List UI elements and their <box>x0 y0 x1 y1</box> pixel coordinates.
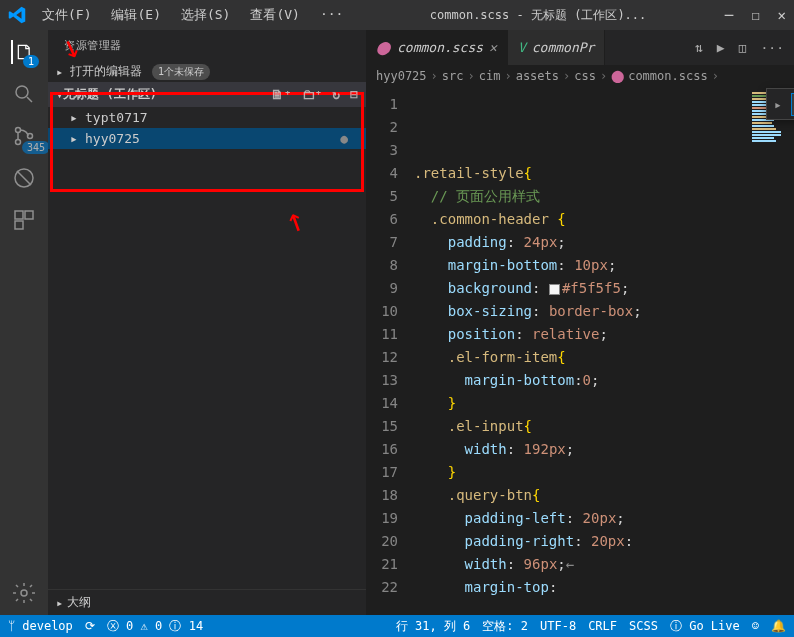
outline-header[interactable]: ▸ 大纲 <box>48 589 366 615</box>
scss-icon: ⬤ <box>611 69 624 83</box>
unsaved-count: 1个未保存 <box>152 64 210 80</box>
scm-icon[interactable]: 345 <box>12 124 36 148</box>
problems[interactable]: ⓧ 0 ⚠ 0 ⓘ 14 <box>107 618 203 635</box>
find-toggle-icon[interactable]: ▸ <box>771 97 785 112</box>
menu-file[interactable]: 文件(F) <box>34 2 99 28</box>
menu-more[interactable]: ··· <box>312 2 351 28</box>
breadcrumb-item[interactable]: src <box>442 69 464 83</box>
workspace-label: 无标题 (工作区) <box>63 86 157 103</box>
status-encoding[interactable]: UTF-8 <box>540 619 576 633</box>
chevron-right-icon: ▸ <box>70 110 80 125</box>
more-icon[interactable]: ··· <box>761 40 784 55</box>
minimize-button[interactable]: ─ <box>725 7 733 23</box>
status-cursor[interactable]: 行 31, 列 6 <box>396 618 471 635</box>
find-widget: ▸ Aa Abl ·* ← → ✕ <box>766 88 794 120</box>
modified-dot-icon: ● <box>340 131 348 146</box>
sidebar-title: 资源管理器 <box>48 30 366 61</box>
chevron-right-icon: ▸ <box>56 596 63 610</box>
tab-label: commonPr <box>532 40 595 55</box>
explorer-badge: 1 <box>23 55 39 68</box>
scm-badge: 345 <box>22 141 50 154</box>
open-editors-label: 打开的编辑器 <box>70 63 142 80</box>
breadcrumb-item[interactable]: common.scss <box>628 69 707 83</box>
explorer-icon[interactable]: 1 <box>11 40 35 64</box>
settings-icon[interactable] <box>12 581 36 605</box>
menu-select[interactable]: 选择(S) <box>173 2 238 28</box>
breadcrumb-item[interactable]: cim <box>479 69 501 83</box>
vue-icon: V <box>518 40 526 55</box>
status-lang[interactable]: SCSS <box>629 619 658 633</box>
open-editors-header[interactable]: ▸ 打开的编辑器 1个未保存 <box>48 61 366 82</box>
vscode-logo <box>8 6 26 24</box>
workspace-header[interactable]: ▾ 无标题 (工作区) 🗎⁺ 🗀⁺ ↻ ⊟ <box>48 82 366 107</box>
run-icon[interactable]: ▶ <box>717 40 725 55</box>
sync-icon[interactable]: ⟳ <box>85 619 95 633</box>
split-icon[interactable]: ◫ <box>739 40 747 55</box>
breadcrumb-item[interactable]: css <box>574 69 596 83</box>
refresh-icon[interactable]: ↻ <box>332 87 340 102</box>
tree-item-label: hyy0725 <box>85 131 140 146</box>
chevron-right-icon: ▸ <box>56 65 66 79</box>
maximize-button[interactable]: ☐ <box>751 7 759 23</box>
statusbar: ᛘ develop ⟳ ⓧ 0 ⚠ 0 ⓘ 14 行 31, 列 6 空格: 2… <box>0 615 794 637</box>
menu-edit[interactable]: 编辑(E) <box>103 2 168 28</box>
tree-item-hyy0725[interactable]: ▸ hyy0725 ● <box>48 128 366 149</box>
search-icon[interactable] <box>12 82 36 106</box>
tab-commonpr[interactable]: V commonPr <box>508 30 605 65</box>
tree-item-typt0717[interactable]: ▸ typt0717 <box>48 107 366 128</box>
menu-view[interactable]: 查看(V) <box>242 2 307 28</box>
tree-item-label: typt0717 <box>85 110 148 125</box>
svg-point-0 <box>16 86 28 98</box>
debug-icon[interactable] <box>12 166 36 190</box>
svg-rect-5 <box>15 211 23 219</box>
status-eol[interactable]: CRLF <box>588 619 617 633</box>
minimap[interactable] <box>750 87 794 615</box>
status-bell-icon[interactable]: 🔔 <box>771 619 786 633</box>
breadcrumb-item[interactable]: hyy0725 <box>376 69 427 83</box>
svg-point-2 <box>16 140 21 145</box>
svg-rect-7 <box>15 221 23 229</box>
breadcrumb-item[interactable]: assets <box>516 69 559 83</box>
svg-point-1 <box>16 128 21 133</box>
tab-label: common.scss <box>397 40 483 55</box>
chevron-right-icon: ▸ <box>70 131 80 146</box>
svg-rect-6 <box>25 211 33 219</box>
new-file-icon[interactable]: 🗎⁺ <box>271 87 292 102</box>
window-title: common.scss - 无标题 (工作区)... <box>351 7 724 24</box>
tab-close-icon[interactable]: ✕ <box>489 40 497 55</box>
new-folder-icon[interactable]: 🗀⁺ <box>302 87 323 102</box>
code-editor[interactable]: .retail-style{ // 页面公用样式 .common-header … <box>414 87 750 615</box>
svg-point-8 <box>21 590 27 596</box>
outline-label: 大纲 <box>67 594 91 611</box>
scss-icon: ⬤ <box>376 40 391 55</box>
status-spaces[interactable]: 空格: 2 <box>482 618 528 635</box>
status-feedback-icon[interactable]: ☺ <box>752 619 759 633</box>
status-golive[interactable]: ⓘ Go Live <box>670 618 740 635</box>
git-branch[interactable]: ᛘ develop <box>8 619 73 633</box>
close-button[interactable]: ✕ <box>778 7 786 23</box>
line-numbers: 12345678910111213141516171819202122 <box>366 87 414 615</box>
tab-common-scss[interactable]: ⬤ common.scss ✕ <box>366 30 508 65</box>
compare-icon[interactable]: ⇅ <box>695 40 703 55</box>
collapse-icon[interactable]: ⊟ <box>350 87 358 102</box>
extensions-icon[interactable] <box>12 208 36 232</box>
breadcrumb[interactable]: hyy0725› src› cim› assets› css› ⬤ common… <box>366 65 794 87</box>
